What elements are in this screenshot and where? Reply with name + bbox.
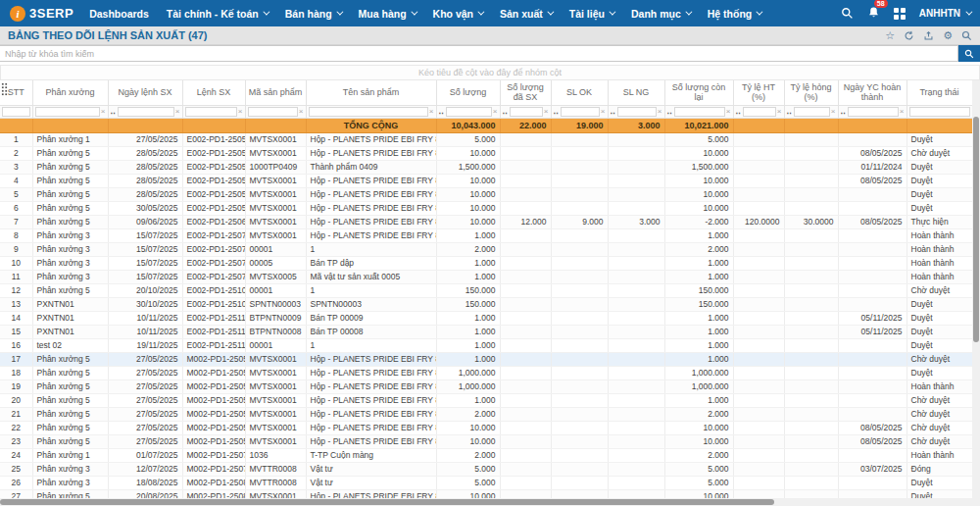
column-header-ty-le-hong[interactable]: Tỷ lệ hỏng (%) — [784, 80, 838, 105]
filter-operator-icon[interactable]: ‥ — [667, 108, 673, 116]
filter-clear-icon[interactable]: × — [299, 108, 304, 116]
table-row[interactable]: 25Phân xưởng 312/07/2025M002-PD1-2507...… — [0, 462, 972, 476]
filter-clear-icon[interactable]: × — [777, 108, 782, 116]
filter-clear-icon[interactable]: × — [831, 108, 836, 116]
filter-input-phan-xuong[interactable] — [35, 107, 100, 117]
filter-clear-icon[interactable]: × — [493, 108, 498, 116]
table-row[interactable]: 6Phân xưởng 530/05/2025E002-PD1-2505-...… — [0, 201, 972, 215]
horizontal-scrollbar[interactable] — [0, 498, 972, 506]
column-header-ngay-yc[interactable]: Ngày YC hoàn thành — [838, 80, 906, 105]
filter-input-ngay-lenh-sx[interactable] — [118, 107, 174, 117]
filter-input-ty-le-ht[interactable] — [743, 107, 776, 117]
table-row[interactable]: 23Phân xưởng 527/05/2025M002-PD1-2505...… — [0, 434, 972, 448]
filter-input-ty-le-hong[interactable] — [794, 107, 830, 117]
export-icon[interactable] — [923, 30, 934, 41]
table-row[interactable]: 1Phân xưởng 127/05/2025E002-PD1-2505-...… — [0, 132, 972, 146]
table-row[interactable]: 20Phân xưởng 527/05/2025M002-PD1-2505...… — [0, 393, 972, 407]
table-row[interactable]: 10Phân xưởng 315/07/2025E002-PD1-2507-..… — [0, 256, 972, 270]
table-row[interactable]: 4Phân xưởng 528/05/2025E002-PD1-2505-...… — [0, 174, 972, 187]
filter-operator-icon[interactable]: ‥ — [736, 108, 742, 116]
table-row[interactable]: 5Phân xưởng 528/05/2025E002-PD1-2505-...… — [0, 187, 972, 201]
column-header-sl-ng[interactable]: SL NG — [608, 80, 664, 105]
nav-item-0[interactable]: Dashboards — [89, 8, 149, 20]
refresh-icon[interactable] — [904, 30, 914, 41]
table-row[interactable]: 17Phân xưởng 527/05/2025M002-PD1-2505...… — [0, 352, 972, 366]
apps-grid-icon[interactable] — [894, 8, 906, 20]
settings-gear-icon[interactable]: ⚙ — [943, 30, 953, 41]
column-header-ma-san-pham[interactable]: Mã sản phẩm — [245, 80, 306, 105]
filter-clear-icon[interactable]: × — [429, 108, 434, 116]
table-row[interactable]: 9Phân xưởng 315/07/2025E002-PD1-2507-...… — [0, 242, 972, 256]
column-header-trang-thai[interactable]: Trạng thái — [906, 80, 972, 105]
table-row[interactable]: 2Phân xưởng 528/05/2025E002-PD1-2505-...… — [0, 146, 972, 160]
table-row[interactable]: 12Phân xưởng 520/10/2025E002-PD1-2510-..… — [0, 283, 972, 297]
table-row[interactable]: 16test 0219/11/2025E002-PD1-2511-...0000… — [0, 338, 972, 352]
filter-input-trang-thai[interactable] — [909, 107, 970, 117]
table-row[interactable]: 15PXNTN0110/11/2025E002-PD1-2511-...BTPN… — [0, 325, 972, 338]
filter-input-sl-ng[interactable] — [617, 107, 657, 117]
filter-clear-icon[interactable]: × — [726, 108, 731, 116]
filter-clear-icon[interactable]: × — [101, 108, 106, 116]
table-row[interactable]: 21Phân xưởng 527/05/2025M002-PD1-2505...… — [0, 407, 972, 421]
keyword-search-input[interactable] — [0, 45, 958, 62]
nav-item-2[interactable]: Bán hàng — [285, 8, 341, 20]
table-row[interactable]: 11Phân xưởng 315/07/2025E002-PD1-2507-..… — [0, 270, 972, 283]
nav-item-3[interactable]: Mua hàng — [359, 8, 416, 20]
filter-clear-icon[interactable]: × — [658, 108, 662, 116]
filter-input-so-luong[interactable] — [446, 107, 492, 117]
filter-operator-icon[interactable]: ‥ — [611, 108, 616, 116]
nav-item-1[interactable]: Tài chính - Kế toán — [167, 8, 268, 20]
nav-item-7[interactable]: Danh mục — [631, 8, 690, 20]
column-header-phan-xuong[interactable]: Phân xưởng — [32, 80, 108, 105]
table-row[interactable]: 18Phân xưởng 527/05/2025M002-PD1-2505...… — [0, 366, 972, 380]
table-row[interactable]: 24Phân xưởng 101/07/2025M002-PD1-2507...… — [0, 448, 972, 462]
filter-input-so-luong-con-lai[interactable] — [674, 107, 725, 117]
nav-item-8[interactable]: Hệ thống — [708, 8, 761, 20]
column-header-ngay-lenh-sx[interactable]: Ngày lệnh SX — [108, 80, 182, 105]
table-row[interactable]: 19Phân xưởng 527/05/2025M002-PD1-2505...… — [0, 380, 972, 393]
table-row[interactable]: 3Phân xưởng 528/05/2025E002-PD1-2505-...… — [0, 160, 972, 174]
column-header-so-luong[interactable]: Số lượng — [436, 80, 500, 105]
column-header-ty-le-ht[interactable]: Tỷ lệ HT (%) — [733, 80, 784, 105]
table-row[interactable]: 26Phân xưởng 318/08/2025M002-PD1-2508...… — [0, 476, 972, 489]
column-search-icon[interactable] — [961, 30, 972, 41]
column-header-so-luong-da-sx[interactable]: Số lượng đã SX — [500, 80, 551, 105]
filter-clear-icon[interactable]: × — [175, 108, 180, 116]
search-button[interactable] — [958, 45, 980, 62]
user-menu[interactable]: ANHHTN — [919, 8, 970, 19]
filter-input-sl-ok[interactable] — [561, 107, 600, 117]
table-row[interactable]: 22Phân xưởng 527/05/2025M002-PD1-2505...… — [0, 421, 972, 434]
filter-clear-icon[interactable]: × — [544, 108, 549, 116]
filter-operator-icon[interactable]: ‥ — [439, 108, 445, 116]
filter-operator-icon[interactable]: ‥ — [503, 108, 509, 116]
column-header-ten-san-pham[interactable]: Tên sản phẩm — [306, 80, 436, 105]
horizontal-scrollbar-thumb[interactable] — [0, 499, 774, 505]
notifications-button[interactable]: 58 — [867, 5, 880, 23]
search-icon[interactable] — [841, 7, 854, 20]
vertical-scrollbar[interactable] — [972, 80, 980, 506]
filter-operator-icon[interactable]: ‥ — [111, 108, 117, 116]
filter-input-ngay-yc[interactable] — [848, 107, 899, 117]
table-row[interactable]: 8Phân xưởng 315/07/2025E002-PD1-2507-...… — [0, 228, 972, 242]
table-row[interactable]: 14PXNTN0110/11/2025E002-PD1-2511-...BTPN… — [0, 311, 972, 325]
table-row[interactable]: 13PXNTN0130/10/2025E002-PD1-2510-...SPNT… — [0, 297, 972, 311]
column-header-sl-ok[interactable]: SL OK — [551, 80, 608, 105]
filter-input-ma-san-pham[interactable] — [248, 107, 298, 117]
row-drag-handle-icon[interactable] — [1, 82, 8, 96]
filter-input-ten-san-pham[interactable] — [309, 107, 428, 117]
app-logo[interactable]: i 3SERP — [10, 6, 74, 22]
filter-input-stt[interactable] — [2, 107, 30, 117]
vertical-scrollbar-thumb[interactable] — [973, 117, 979, 342]
table-row[interactable]: 7Phân xưởng 509/06/2025E002-PD1-2506-...… — [0, 215, 972, 228]
filter-operator-icon[interactable]: ‥ — [841, 108, 847, 116]
filter-input-so-luong-da-sx[interactable] — [510, 107, 543, 117]
column-header-so-luong-con-lai[interactable]: Số lượng còn lại — [664, 80, 733, 105]
group-panel[interactable]: Kéo tiêu đề cột vào đây để nhóm cột — [0, 65, 980, 80]
column-header-lenh-sx[interactable]: Lệnh SX — [182, 80, 245, 105]
filter-clear-icon[interactable]: × — [900, 108, 905, 116]
filter-clear-icon[interactable]: × — [601, 108, 606, 116]
favorite-star-icon[interactable]: ☆ — [885, 30, 895, 41]
filter-clear-icon[interactable]: × — [238, 108, 243, 116]
filter-input-lenh-sx[interactable] — [185, 107, 237, 117]
filter-operator-icon[interactable]: ‥ — [787, 108, 793, 116]
